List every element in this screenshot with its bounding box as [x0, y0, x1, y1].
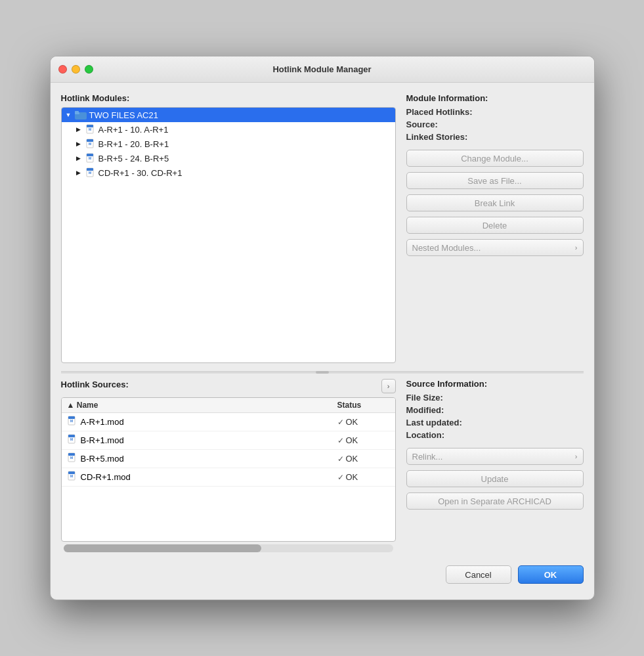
table-row[interactable]: M B-R+1.mod ✓ OK	[62, 431, 395, 450]
module-info-panel: Module Information: Placed Hotlinks: Sou…	[406, 93, 584, 363]
row3-name: B-R+5.mod	[81, 454, 124, 464]
hotlink-modules-panel: Hotlink Modules: ▼ TWO FILES AC21	[61, 93, 396, 363]
row3-icon: M	[67, 452, 77, 465]
resize-handle[interactable]	[61, 371, 584, 374]
placed-hotlinks-row: Placed Hotlinks:	[406, 107, 584, 117]
linked-stories-row: Linked Stories:	[406, 132, 584, 142]
update-button[interactable]: Update	[406, 470, 584, 487]
row1-name-cell: M A-R+1.mod	[67, 416, 337, 428]
ok-button[interactable]: OK	[518, 565, 584, 584]
module-buttons-group: Change Module... Save as File... Break L…	[406, 150, 584, 256]
tree-item-c1[interactable]: ▶ M A-R+1 - 10. A-R+1	[62, 122, 395, 137]
linked-stories-label: Linked Stories:	[406, 132, 468, 142]
nested-modules-button[interactable]: Nested Modules... ›	[406, 239, 584, 256]
row2-status-cell: ✓ OK	[337, 435, 390, 445]
open-archicad-button[interactable]: Open in Separate ARCHICAD	[406, 492, 584, 510]
location-label: Location:	[406, 430, 445, 440]
cancel-button[interactable]: Cancel	[446, 565, 511, 584]
checkmark-icon-2: ✓	[337, 436, 344, 445]
titlebar-buttons	[58, 65, 93, 74]
close-button[interactable]	[58, 65, 67, 74]
table-row[interactable]: M CD-R+1.mod ✓ OK	[62, 468, 395, 487]
minimize-button[interactable]	[72, 65, 80, 74]
module-info-details: Placed Hotlinks: Source: Linked Stories:	[406, 107, 584, 142]
arrow-icon-c3: ▶	[76, 155, 83, 162]
file-size-row: File Size:	[406, 393, 584, 403]
column-header-status: Status	[337, 401, 390, 410]
module-icon-c1: M	[85, 124, 96, 135]
row4-name-cell: M CD-R+1.mod	[67, 471, 337, 483]
table-row[interactable]: M A-R+1.mod ✓ OK	[62, 413, 395, 431]
svg-text:M: M	[70, 437, 72, 441]
svg-text:M: M	[88, 142, 91, 146]
svg-text:M: M	[70, 474, 72, 478]
module-info-title: Module Information:	[406, 93, 584, 103]
change-module-button[interactable]: Change Module...	[406, 150, 584, 167]
tree-item-c4[interactable]: ▶ M CD-R+1 - 30. CD-R+1	[62, 165, 395, 180]
main-window: Hotlink Module Manager Hotlink Modules: …	[50, 56, 595, 600]
row3-name-cell: M B-R+5.mod	[67, 452, 337, 465]
table-header: ▲ Name Status	[62, 398, 395, 413]
module-icon-c3: M	[85, 153, 96, 164]
modified-label: Modified:	[406, 405, 444, 415]
last-updated-row: Last updated:	[406, 418, 584, 427]
svg-rect-2	[75, 111, 79, 114]
tree-child-label-3: B-R+5 - 24. B-R+5	[98, 154, 169, 164]
row4-status: OK	[346, 472, 358, 482]
bottom-section: Hotlink Sources: › ▲ Name Status	[61, 379, 584, 555]
tree-item-c2[interactable]: ▶ M B-R+1 - 20. B-R+1	[62, 137, 395, 151]
arrow-icon-c1: ▶	[76, 126, 83, 133]
row2-icon: M	[67, 434, 77, 447]
tree-child-label-4: CD-R+1 - 30. CD-R+1	[98, 168, 182, 178]
source-row: Source:	[406, 120, 584, 129]
last-updated-label: Last updated:	[406, 418, 462, 427]
row4-name: CD-R+1.mod	[81, 472, 131, 482]
row1-icon: M	[67, 416, 77, 428]
maximize-button[interactable]	[85, 65, 93, 74]
save-as-file-button[interactable]: Save as File...	[406, 172, 584, 189]
break-link-button[interactable]: Break Link	[406, 194, 584, 211]
row3-status: OK	[346, 454, 358, 464]
row4-icon: M	[67, 471, 77, 483]
tree-child-label-2: B-R+1 - 20. B-R+1	[98, 139, 169, 149]
svg-text:M: M	[70, 456, 72, 460]
folder-icon	[75, 110, 87, 120]
sources-expand-button[interactable]: ›	[381, 379, 396, 393]
nested-modules-label: Nested Modules...	[412, 243, 481, 253]
row2-name-cell: M B-R+1.mod	[67, 434, 337, 447]
scrollbar-thumb	[64, 544, 261, 552]
modules-tree[interactable]: ▼ TWO FILES AC21 ▶	[61, 107, 396, 363]
sources-table[interactable]: ▲ Name Status M	[61, 397, 396, 542]
row3-status-cell: ✓ OK	[337, 454, 390, 464]
file-size-label: File Size:	[406, 393, 443, 403]
arrow-icon-root: ▼	[66, 112, 72, 118]
source-buttons-group: Relink... › Update Open in Separate ARCH…	[406, 448, 584, 510]
nested-modules-arrow-icon: ›	[575, 244, 578, 251]
svg-text:M: M	[70, 419, 72, 423]
tree-item-root[interactable]: ▼ TWO FILES AC21	[62, 108, 395, 122]
delete-button[interactable]: Delete	[406, 217, 584, 234]
source-info-panel: Source Information: File Size: Modified:…	[406, 379, 584, 555]
tree-child-label-1: A-R+1 - 10. A-R+1	[98, 125, 169, 135]
table-row[interactable]: M B-R+5.mod ✓ OK	[62, 450, 395, 468]
column-header-name: ▲ Name	[67, 401, 337, 410]
footer-buttons: Cancel OK	[61, 565, 584, 589]
row2-name: B-R+1.mod	[81, 435, 124, 445]
relink-button[interactable]: Relink... ›	[406, 448, 584, 465]
checkmark-icon-4: ✓	[337, 473, 344, 482]
row1-name: A-R+1.mod	[81, 417, 124, 427]
scrollbar-track[interactable]	[62, 544, 395, 552]
row1-status-cell: ✓ OK	[337, 417, 390, 427]
titlebar: Hotlink Module Manager	[51, 56, 594, 83]
column-name-label: Name	[77, 401, 98, 410]
checkmark-icon-1: ✓	[337, 418, 344, 427]
placed-hotlinks-label: Placed Hotlinks:	[406, 107, 473, 117]
source-info-details: File Size: Modified: Last updated: Locat…	[406, 393, 584, 440]
arrow-icon-c2: ▶	[76, 141, 83, 147]
relink-label: Relink...	[412, 452, 443, 462]
tree-root-label: TWO FILES AC21	[89, 110, 158, 120]
tree-item-c3[interactable]: ▶ M B-R+5 - 24. B-R+5	[62, 151, 395, 165]
hotlink-sources-title: Hotlink Sources:	[61, 380, 129, 389]
svg-text:M: M	[88, 127, 91, 131]
resize-dot	[316, 371, 329, 374]
